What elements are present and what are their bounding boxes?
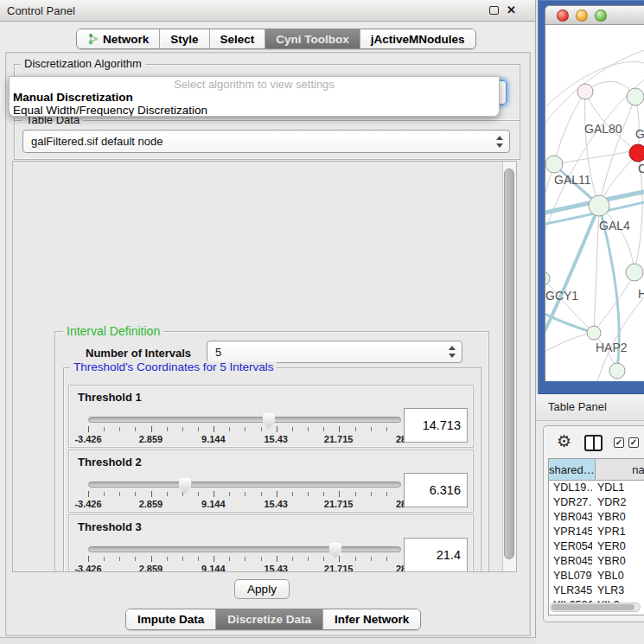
tick-label: -3.426 (74, 499, 101, 509)
node-label: C (638, 162, 644, 175)
table-cell[interactable]: YPR145W (549, 525, 592, 539)
node-label: HAP2 (596, 341, 628, 354)
threshold-2-panel: Threshold 2 -3.4262.8599.14415.4321.7152… (68, 450, 474, 513)
table-header-row: shared… na (549, 459, 644, 481)
top-tab-bar: Network Style Select Cyni Toolbox jActiv… (76, 29, 476, 49)
tick-label: 21.715 (324, 564, 354, 572)
tab-style[interactable]: Style (160, 29, 209, 48)
settings-scrollbar-thumb[interactable] (504, 169, 514, 559)
panel-title: Control Panel (7, 4, 75, 17)
table-cell[interactable]: YBR045C (549, 554, 592, 569)
table-cell[interactable]: YDL19… (549, 481, 592, 495)
float-window-icon[interactable] (489, 6, 499, 15)
tab-network[interactable]: Network (77, 29, 160, 48)
tab-network-label: Network (103, 33, 149, 46)
table-cell[interactable]: YLR3 (592, 583, 644, 598)
network-node[interactable] (627, 88, 644, 105)
column-header-shared-name[interactable]: shared… (549, 459, 596, 480)
tab-impute-data[interactable]: Impute Data (126, 609, 216, 629)
yeast-table-body: YDL19…YDL1YDR27…YDR2YBR043CYBR0YPR145WYP… (549, 481, 644, 603)
table-row[interactable]: YBR043CYBR0 (549, 510, 644, 525)
table-cell[interactable]: YPR1 (592, 525, 644, 539)
node-label: GA (635, 127, 644, 141)
table-row[interactable]: YPR145WYPR1 (549, 525, 644, 539)
settings-scroll-area: Interval Definition Number of Intervals … (12, 161, 517, 572)
table-data-combobox[interactable]: galFiltered.sif default node (22, 130, 510, 153)
slider-major-ticks (88, 426, 402, 432)
network-node[interactable] (587, 326, 601, 340)
table-cell[interactable]: YLR345W (549, 583, 592, 598)
tab-jactive-label: jActiveMNodules (371, 33, 465, 46)
slider-major-ticks (88, 491, 402, 497)
tick-label: 2.859 (139, 434, 163, 444)
threshold-slider[interactable]: -3.4262.8599.14415.4321.71528 (88, 417, 401, 446)
network-node[interactable] (545, 156, 563, 173)
column-header-name[interactable]: na (596, 459, 644, 480)
slider-track[interactable] (88, 417, 401, 423)
table-cell[interactable]: YDL1 (592, 481, 644, 495)
threshold-value-field[interactable] (404, 538, 468, 572)
close-icon[interactable]: ✕ (507, 3, 516, 16)
split-column-icon[interactable] (584, 435, 603, 451)
table-row[interactable]: YLR345WYLR3 (549, 583, 644, 598)
tab-jactivemnodules[interactable]: jActiveMNodules (360, 29, 475, 48)
threshold-slider[interactable]: -3.4262.8599.14415.4321.71528 (88, 546, 401, 572)
table-row[interactable]: YBL079WYBL0 (549, 569, 644, 583)
tab-discretize-data[interactable]: Discretize Data (216, 609, 323, 629)
close-traffic-light-icon[interactable] (557, 10, 569, 22)
checkbox-icon[interactable]: ✓ (628, 437, 639, 448)
threshold-value-field[interactable] (404, 473, 468, 507)
algorithm-option-equal-width[interactable]: Equal Width/Frequency Discretization (10, 104, 499, 117)
node-label: H (638, 287, 644, 301)
table-cell[interactable]: YER054C (549, 539, 592, 554)
slider-track[interactable] (88, 546, 401, 552)
table-row[interactable]: YBR045CYBR0 (549, 554, 644, 569)
table-cell[interactable]: YDR27… (549, 495, 592, 510)
network-node[interactable] (626, 264, 643, 281)
node-label: GCY1 (545, 289, 578, 303)
table-row[interactable]: YER054CYER0 (549, 539, 644, 554)
threshold-slider[interactable]: -3.4262.8599.14415.4321.71528 (88, 481, 401, 511)
tab-infer-network[interactable]: Infer Network (323, 609, 420, 629)
control-panel-titlebar[interactable]: Control Panel ✕ (0, 0, 535, 22)
network-node[interactable] (589, 195, 609, 216)
network-window-titlebar[interactable] (545, 6, 644, 25)
table-row[interactable]: YDR27…YDR2 (549, 495, 644, 510)
network-view-window[interactable]: GAL80 GA C GAL11 GAL4 GCY1 H HAP2 (545, 5, 644, 381)
apply-button[interactable]: Apply (234, 579, 290, 599)
minimize-traffic-light-icon[interactable] (576, 10, 588, 22)
algorithm-option-manual[interactable]: Manual Discretization (10, 91, 499, 104)
table-cell[interactable]: YBR0 (592, 554, 644, 569)
tick-label: 2.859 (139, 564, 163, 572)
table-cell[interactable]: YDR2 (592, 495, 644, 510)
network-icon (87, 33, 99, 45)
network-node[interactable] (609, 363, 625, 379)
tick-label: 9.144 (201, 499, 226, 509)
network-node[interactable] (545, 271, 550, 285)
network-node-selected[interactable] (629, 144, 644, 162)
threshold-label: Threshold 3 (78, 520, 142, 533)
network-node[interactable] (577, 84, 593, 99)
tick-label: 15.43 (264, 434, 288, 444)
slider-track[interactable] (88, 481, 401, 488)
tick-label: -3.426 (74, 434, 101, 444)
slider-tick-labels: -3.4262.8599.14415.4321.71528 (88, 499, 401, 510)
table-cell[interactable]: YBL079W (549, 569, 592, 583)
gear-icon[interactable]: ⚙ (557, 431, 571, 451)
table-cell[interactable]: YBR043C (549, 510, 592, 525)
network-canvas[interactable]: GAL80 GA C GAL11 GAL4 GCY1 H HAP2 (545, 25, 644, 381)
table-row[interactable]: YDL19…YDL1 (549, 481, 644, 495)
table-cell[interactable]: YBR0 (592, 510, 644, 525)
table-horizontal-scrollbar-thumb[interactable] (552, 604, 634, 610)
table-cell[interactable]: YBL0 (592, 569, 644, 583)
tab-select[interactable]: Select (210, 29, 266, 48)
zoom-traffic-light-icon[interactable] (595, 10, 607, 22)
tab-cyni-toolbox[interactable]: Cyni Toolbox (265, 29, 360, 48)
threshold-value-field[interactable] (404, 408, 468, 443)
tick-label: 9.144 (201, 434, 226, 444)
tick-label: 21.715 (324, 499, 354, 509)
table-cell[interactable]: YER0 (592, 539, 644, 554)
table-data-value: galFiltered.sif default node (31, 135, 163, 148)
checkbox-icon[interactable]: ✓ (614, 437, 624, 448)
node-label: GAL80 (584, 122, 622, 136)
